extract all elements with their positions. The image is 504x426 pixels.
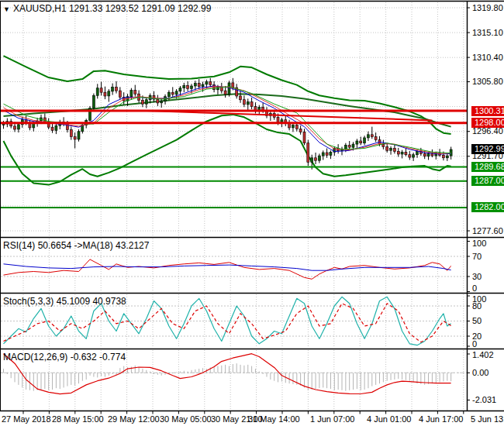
candle-body	[371, 135, 373, 137]
candle-body	[14, 126, 16, 129]
price-tick-label: 1277.60	[472, 226, 503, 235]
time-axis-label: 4 Jun 01:00	[367, 414, 412, 424]
candle-body	[431, 153, 433, 156]
candle-body	[228, 83, 230, 94]
candle-body	[446, 156, 448, 158]
candle-body	[96, 88, 98, 96]
candle-body	[17, 125, 19, 129]
indicator-tick-label: 30	[472, 272, 482, 281]
indicator-tick-label: 100	[472, 239, 486, 248]
time-axis-label: 29 May 12:00	[108, 414, 160, 424]
indicator-tick-label: 1.402	[472, 350, 494, 359]
price-badge-red: 1300.31	[471, 106, 504, 116]
candle-body	[405, 152, 407, 154]
price-badge-green: 1282.00	[471, 202, 504, 212]
candle-body	[288, 124, 291, 129]
candle-body	[240, 96, 242, 100]
time-axis-label: 27 May 2018	[2, 414, 51, 424]
candle-body	[116, 87, 118, 91]
candle-body	[409, 155, 411, 157]
price-tick-label: 1310.40	[472, 53, 503, 62]
candle-body	[2, 124, 5, 125]
candle-body	[401, 152, 403, 154]
candle-body	[352, 144, 354, 147]
candle-body	[413, 155, 415, 157]
rsi-indicator-label: RSI(14) 50.6654 ->MA(18) 43.2127	[3, 240, 149, 251]
candle-body	[145, 100, 147, 105]
price-tick-label: 1319.80	[472, 3, 503, 12]
candle-body	[299, 129, 302, 132]
candle-body	[179, 88, 181, 91]
candle-body	[55, 125, 57, 130]
candle-body	[393, 149, 395, 152]
price-badge-green: 1289.68	[471, 162, 504, 172]
indicator-tick-label: 0	[472, 339, 477, 349]
macd-indicator-label: MACD(12,26,9) -0.632 -0.774	[3, 352, 126, 362]
price-badge-green: 1287.00	[471, 176, 504, 186]
candle-body	[70, 130, 72, 137]
candle-body	[382, 144, 385, 146]
time-axis-label: 5 Jun 13:00	[471, 414, 504, 424]
stoch-indicator-label: Stoch(5,3,3) 45.1009 40.9738	[3, 296, 126, 307]
candle-body	[243, 100, 245, 105]
candle-body	[202, 84, 204, 87]
candle-body	[348, 145, 350, 147]
time-axis-label: 28 May 15:00	[52, 414, 104, 424]
candle-body	[141, 100, 143, 104]
candle-body	[205, 82, 208, 84]
candle-body	[191, 86, 193, 88]
candle-body	[307, 143, 309, 163]
candle-body	[247, 102, 249, 105]
candle-body	[224, 91, 226, 94]
candle-body	[134, 91, 136, 94]
candle-body	[322, 153, 324, 156]
candle-body	[386, 147, 388, 151]
candle-body	[303, 132, 306, 143]
candle-body	[315, 158, 317, 160]
candle-body	[167, 92, 170, 97]
candle-body	[292, 125, 294, 128]
candle-body	[157, 99, 159, 103]
chevron-down-icon: ▼	[3, 5, 10, 13]
candle-body	[130, 91, 133, 97]
candle-body	[442, 155, 444, 157]
candle-body	[104, 92, 106, 96]
candle-body	[161, 101, 163, 103]
candle-body	[375, 137, 377, 140]
time-axis-label: 30 May 05:00	[160, 414, 212, 424]
time-axis-label: 1 Jun 07:00	[310, 414, 355, 424]
candle-body	[171, 92, 174, 94]
rsi-line	[4, 259, 451, 279]
candle-body	[29, 124, 31, 129]
candle-body	[51, 127, 54, 130]
candle-body	[119, 91, 121, 97]
candle-body	[367, 135, 369, 138]
price-tick-label: 1305.80	[472, 77, 503, 86]
candle-body	[427, 153, 430, 156]
indicator-tick-label: 0	[472, 283, 477, 293]
indicator-tick-label: 70	[472, 252, 482, 261]
candle-body	[360, 141, 362, 143]
price-tick-label: 1315.10	[472, 28, 503, 37]
candle-body	[209, 82, 212, 85]
candle-body	[277, 117, 279, 122]
candle-body	[78, 132, 80, 139]
candle-body	[108, 91, 110, 96]
indicator-tick-label: -2.031	[472, 395, 496, 404]
time-axis-label: 4 Jun 17:00	[419, 414, 464, 424]
indicator-tick-label: 50	[472, 316, 482, 325]
price-badge-black: 1292.99	[471, 144, 504, 154]
candle-body	[183, 85, 185, 88]
rsi-ma-line	[4, 264, 451, 270]
symbol-ohlc-text: XAUUSD,H1 1291.33 1293.52 1291.09 1292.9…	[13, 3, 212, 14]
candle-body	[112, 87, 114, 91]
candle-body	[390, 149, 392, 151]
candle-body	[397, 152, 399, 154]
candle-body	[74, 137, 76, 139]
indicator-tick-label: 80	[472, 301, 482, 311]
candle-body	[326, 153, 328, 155]
candle-body	[364, 138, 366, 143]
time-axis-label: 31 May 14:00	[248, 414, 300, 424]
candle-body	[356, 141, 358, 144]
symbol-title[interactable]: ▼XAUUSD,H1 1291.33 1293.52 1291.09 1292.…	[3, 3, 211, 14]
